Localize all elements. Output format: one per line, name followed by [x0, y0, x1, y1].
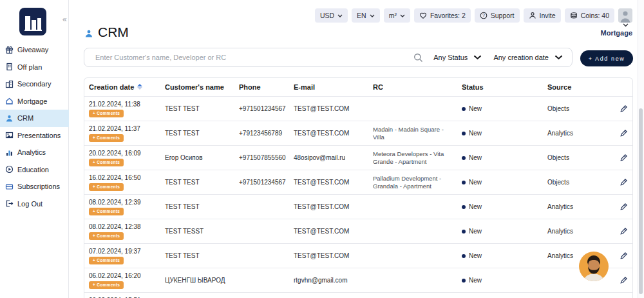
sidebar: Giveaway Off plan Secondary Mortgage CRM: [0, 0, 69, 298]
add-comments-button[interactable]: + Comments: [89, 159, 124, 166]
cell-actions: [615, 276, 632, 284]
table-row[interactable]: 20.02.2024, 16:09 + Comments Егор Осипов…: [84, 145, 632, 170]
chevron-down-icon: [370, 14, 375, 17]
cell-email: TEST@TEST.COM: [289, 228, 368, 235]
scrollbar-thumb[interactable]: [639, 108, 643, 294]
column-phone: Phone: [234, 83, 289, 91]
cell-creation-date: 20.02.2024, 16:09 + Comments: [84, 146, 160, 170]
add-comments-button[interactable]: + Comments: [89, 208, 124, 215]
cell-phone: +971501234567: [234, 179, 289, 186]
language-dropdown[interactable]: EN: [352, 8, 380, 23]
page-title: CRM: [98, 25, 129, 40]
table-row[interactable]: 06.02.2024, 15:51 + Comments: [84, 292, 632, 298]
cell-status: New: [457, 203, 543, 210]
cell-actions: [615, 129, 632, 137]
avatar: [618, 8, 632, 23]
sidebar-item-label: Secondary: [17, 80, 52, 88]
status-filter-dropdown[interactable]: Any Status: [433, 54, 482, 61]
sidebar-item-off-plan[interactable]: Off plan: [0, 59, 69, 76]
crm-page-icon: [84, 29, 93, 38]
edit-icon[interactable]: [620, 227, 628, 235]
status-label: New: [469, 228, 482, 235]
status-dot: [462, 181, 466, 184]
status-dot: [462, 254, 466, 258]
sidebar-item-logout[interactable]: Log Out: [0, 195, 69, 213]
edit-icon[interactable]: [620, 252, 628, 260]
currency-dropdown[interactable]: USD: [315, 8, 348, 23]
table-row[interactable]: 08.02.2024, 12:38 + Comments TEST TESST …: [84, 219, 632, 243]
cell-email: TEST@TEST.COM: [289, 203, 368, 210]
support-agent-avatar[interactable]: [579, 252, 609, 281]
edit-icon[interactable]: [620, 129, 628, 137]
cell-creation-date: 07.02.2024, 19:37 + Comments: [84, 244, 160, 268]
row-date: 16.02.2024, 16:50: [89, 174, 141, 181]
search-input[interactable]: [84, 48, 413, 66]
edit-icon[interactable]: [620, 104, 628, 113]
edit-icon[interactable]: [620, 203, 628, 211]
edit-icon[interactable]: [620, 154, 628, 162]
sidebar-item-subscriptions[interactable]: Subscriptions: [0, 178, 69, 195]
add-comments-button[interactable]: + Comments: [89, 110, 124, 117]
cell-email: TEST@TEST.COM: [289, 130, 368, 137]
sidebar-item-label: Log Out: [17, 200, 43, 208]
sidebar-item-crm[interactable]: CRM: [0, 110, 69, 127]
add-comments-button[interactable]: + Comments: [89, 232, 124, 240]
sidebar-item-secondary[interactable]: Secondary: [0, 75, 69, 93]
status-dot: [462, 132, 466, 135]
support-button[interactable]: ? Support: [475, 8, 520, 23]
add-comments-button[interactable]: + Comments: [89, 281, 124, 289]
collapse-sidebar-icon[interactable]: «: [62, 15, 67, 23]
add-new-button[interactable]: + Add new: [580, 50, 633, 66]
edit-icon[interactable]: [620, 276, 628, 284]
cell-customer-name: ЦУКЕНГШ ЫВАРОД: [160, 277, 234, 284]
favorites-label: Favorites: 2: [430, 12, 466, 19]
table-row[interactable]: 16.02.2024, 16:50 + Comments TEST TEST +…: [84, 170, 632, 194]
table-row[interactable]: 21.02.2024, 11:38 + Comments TEST TEST +…: [84, 96, 632, 121]
date-filter-label: Any creation date: [493, 54, 549, 61]
column-creation-date: Creation date: [84, 83, 160, 91]
add-comments-button[interactable]: + Comments: [89, 134, 124, 142]
row-date: 21.02.2024, 11:37: [89, 125, 140, 132]
buildings-icon: [5, 80, 14, 88]
mortgage-link[interactable]: Mortgage: [601, 29, 633, 37]
sidebar-item-label: Subscriptions: [17, 183, 60, 190]
customers-table: Creation date Customer's name Phone E-ma…: [84, 77, 633, 298]
sort-icon[interactable]: [137, 84, 142, 90]
cell-customer-name: TEST TESST: [160, 228, 234, 235]
cell-customer-name: TEST TEST: [160, 105, 234, 112]
sidebar-item-label: Analytics: [17, 148, 46, 156]
table-header: Creation date Customer's name Phone E-ma…: [84, 78, 632, 96]
coins-button[interactable]: Coins: 40: [565, 8, 614, 23]
units-dropdown[interactable]: m²: [384, 8, 410, 23]
cell-creation-date: 08.02.2024, 12:38 + Comments: [84, 219, 160, 243]
sidebar-item-label: Giveaway: [17, 46, 48, 54]
table-row[interactable]: 08.02.2024, 12:39 + Comments TEST TEST T…: [84, 194, 632, 219]
status-label: New: [469, 154, 482, 161]
invite-button[interactable]: Invite: [524, 8, 561, 23]
coins-label: Coins: 40: [581, 12, 609, 19]
logo-icon: [19, 8, 46, 35]
cell-email: TEST@TEST.COM: [289, 252, 368, 259]
status-label: New: [469, 179, 482, 186]
edit-icon[interactable]: [620, 178, 628, 186]
table-row[interactable]: 07.02.2024, 19:37 + Comments TEST TEST T…: [84, 243, 632, 268]
add-comments-button[interactable]: + Comments: [89, 183, 124, 191]
sidebar-item-education[interactable]: Education: [0, 161, 69, 179]
creation-date-filter-dropdown[interactable]: Any creation date: [493, 54, 563, 61]
app-logo[interactable]: [19, 8, 46, 35]
sidebar-item-mortgage[interactable]: Mortgage: [0, 93, 69, 110]
chevron-down-icon: [337, 14, 343, 17]
cell-source: Analytics: [543, 228, 615, 235]
sidebar-item-giveaway[interactable]: Giveaway: [0, 41, 69, 59]
user-menu[interactable]: [618, 8, 632, 27]
table-row[interactable]: 21.02.2024, 11:37 + Comments TEST TEST +…: [84, 121, 632, 145]
add-comments-button[interactable]: + Comments: [89, 257, 124, 264]
sidebar-item-analytics[interactable]: Analytics: [0, 144, 69, 161]
cell-customer-name: TEST TEST: [160, 179, 234, 186]
cell-status: New: [457, 252, 543, 259]
favorites-button[interactable]: Favorites: 2: [414, 8, 471, 23]
cell-rc: Madain - Madain Square - Villa: [368, 126, 457, 141]
table-row[interactable]: 06.02.2024, 16:20 + Comments ЦУКЕНГШ ЫВА…: [84, 268, 632, 292]
sidebar-item-presentations[interactable]: Presentations: [0, 127, 69, 144]
search-icon[interactable]: [413, 53, 423, 63]
